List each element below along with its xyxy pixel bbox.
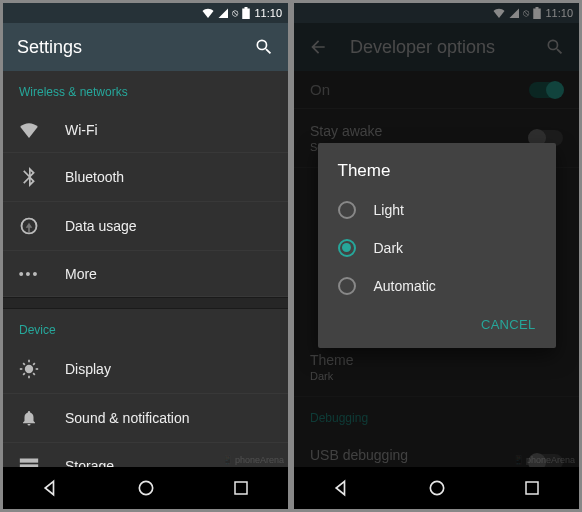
signal-status-icon — [218, 8, 228, 18]
item-bluetooth[interactable]: Bluetooth — [3, 153, 288, 202]
wifi-status-icon — [202, 8, 214, 18]
svg-line-7 — [23, 373, 25, 375]
bell-icon — [19, 408, 39, 428]
status-bar: ⦸ 11:10 — [294, 3, 579, 23]
section-device: Device — [3, 309, 288, 345]
item-label: More — [65, 266, 97, 282]
svg-line-8 — [23, 363, 25, 365]
bluetooth-icon — [19, 167, 39, 187]
svg-rect-10 — [20, 459, 38, 463]
signal-status-icon — [509, 8, 519, 18]
nav-home[interactable] — [136, 478, 156, 498]
nav-bar — [3, 467, 288, 509]
more-icon: ••• — [19, 266, 39, 282]
item-label: Storage — [65, 458, 114, 467]
wifi-icon — [19, 122, 39, 138]
nav-bar — [294, 467, 579, 509]
dialog-title: Theme — [318, 161, 556, 191]
item-more[interactable]: ••• More — [3, 251, 288, 297]
battery-icon — [533, 7, 541, 19]
option-label: Dark — [374, 240, 404, 256]
phone-left: ⦸ 11:10 Settings Wireless & networks Wi-… — [3, 3, 288, 509]
data-usage-icon — [19, 216, 39, 236]
item-label: Wi-Fi — [65, 122, 98, 138]
option-label: Automatic — [374, 278, 436, 294]
phone-right: ⦸ 11:10 Developer options On Stay awake … — [294, 3, 579, 509]
cancel-button[interactable]: CANCEL — [473, 311, 544, 338]
theme-dialog: Theme Light Dark Automatic CANCEL — [318, 143, 556, 348]
svg-point-13 — [140, 481, 153, 494]
option-dark[interactable]: Dark — [318, 229, 556, 267]
radio-selected — [338, 239, 356, 257]
nav-home[interactable] — [427, 478, 447, 498]
item-label: Bluetooth — [65, 169, 124, 185]
dialog-actions: CANCEL — [318, 305, 556, 342]
svg-line-9 — [33, 373, 35, 375]
nav-recent[interactable] — [523, 479, 541, 497]
clock: 11:10 — [254, 7, 282, 19]
nav-back[interactable] — [41, 478, 61, 498]
no-sim-icon: ⦸ — [523, 7, 529, 19]
option-label: Light — [374, 202, 404, 218]
item-display[interactable]: Display — [3, 345, 288, 394]
item-label: Data usage — [65, 218, 137, 234]
item-label: Display — [65, 361, 111, 377]
page-title: Settings — [17, 37, 232, 58]
svg-line-6 — [33, 363, 35, 365]
section-wireless: Wireless & networks — [3, 71, 288, 107]
dialog-scrim[interactable]: Theme Light Dark Automatic CANCEL — [294, 23, 579, 467]
item-wifi[interactable]: Wi-Fi — [3, 107, 288, 153]
status-bar: ⦸ 11:10 — [3, 3, 288, 23]
battery-icon — [242, 7, 250, 19]
radio-unselected — [338, 201, 356, 219]
svg-rect-14 — [235, 482, 247, 494]
svg-point-15 — [431, 481, 444, 494]
nav-back[interactable] — [332, 478, 352, 498]
radio-unselected — [338, 277, 356, 295]
svg-rect-16 — [526, 482, 538, 494]
watermark: 📱phoneArena — [222, 455, 284, 465]
svg-point-1 — [25, 365, 33, 373]
clock: 11:10 — [545, 7, 573, 19]
search-icon[interactable] — [254, 37, 274, 57]
nav-recent[interactable] — [232, 479, 250, 497]
item-sound[interactable]: Sound & notification — [3, 394, 288, 443]
item-data-usage[interactable]: Data usage — [3, 202, 288, 251]
storage-icon — [19, 457, 39, 467]
option-automatic[interactable]: Automatic — [318, 267, 556, 305]
settings-list: Wireless & networks Wi-Fi Bluetooth Data… — [3, 71, 288, 467]
app-bar: Settings — [3, 23, 288, 71]
option-light[interactable]: Light — [318, 191, 556, 229]
display-icon — [19, 359, 39, 379]
wifi-status-icon — [493, 8, 505, 18]
item-label: Sound & notification — [65, 410, 190, 426]
no-sim-icon: ⦸ — [232, 7, 238, 19]
section-divider — [3, 297, 288, 309]
watermark: 📱phoneArena — [513, 455, 575, 465]
